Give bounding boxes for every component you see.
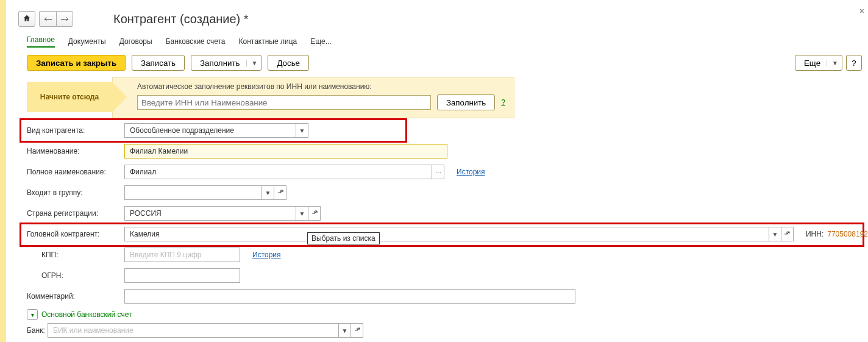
start-here-label: Начните отсюда (27, 82, 112, 112)
name-label: Наименование: (27, 147, 118, 155)
chevron-down-icon: ▼ (246, 60, 258, 66)
fill-button[interactable]: Заполнить ▼ (191, 55, 261, 71)
bank-dropdown-button[interactable]: ▼ (339, 323, 351, 338)
kpp-history-link[interactable]: История (252, 251, 281, 259)
country-open-button[interactable] (308, 206, 321, 221)
bank-section-toggle[interactable]: ▾ Основной банковский счет (27, 309, 868, 320)
fullname-history-link[interactable]: История (457, 168, 485, 176)
arrow-right-icon: 🡒 (60, 14, 69, 24)
help-button[interactable]: ? (846, 55, 862, 71)
group-open-button[interactable] (274, 185, 286, 200)
name-input[interactable] (129, 144, 443, 158)
kpp-field[interactable] (124, 248, 240, 262)
autofill-fill-button[interactable]: Заполнить (437, 94, 495, 110)
bank-open-button[interactable] (351, 323, 363, 338)
group-field[interactable] (124, 185, 262, 200)
type-input[interactable] (129, 124, 292, 137)
fullname-field[interactable] (124, 165, 432, 179)
save-button[interactable]: Записать (132, 55, 185, 71)
bank-field[interactable] (48, 323, 339, 338)
more-button[interactable]: Еще ▼ (795, 55, 842, 71)
select-from-list-tooltip: Выбрать из списка (307, 232, 380, 244)
arrow-left-icon: 🡐 (44, 14, 52, 24)
tab-documents[interactable]: Документы (68, 37, 106, 46)
country-dropdown-button[interactable]: ▼ (296, 206, 308, 221)
inn-label: ИНН: (806, 230, 824, 238)
home-icon (23, 14, 31, 24)
fullname-input[interactable] (129, 165, 428, 179)
group-label: Входит в группу: (27, 188, 118, 197)
dossier-button[interactable]: Досье (268, 55, 309, 71)
page-title: Контрагент (создание) * (113, 12, 249, 26)
bank-section-label: Основной банковский счет (41, 310, 132, 319)
fullname-label: Полное наименование: (27, 168, 118, 176)
type-dropdown-button[interactable]: ▼ (296, 123, 308, 138)
comment-field[interactable] (124, 289, 575, 304)
home-button[interactable] (18, 11, 35, 27)
chevron-down-icon: ▾ (27, 309, 38, 320)
back-button[interactable]: 🡐 (39, 11, 56, 27)
ogrn-input[interactable] (129, 269, 236, 282)
type-label: Вид контрагента: (27, 126, 118, 135)
fill-button-label: Заполнить (200, 59, 240, 68)
bank-input[interactable] (52, 324, 335, 337)
bank-label: Банк: (0, 326, 41, 335)
kpp-label: КПП: (27, 251, 118, 259)
country-input[interactable] (129, 207, 292, 220)
autofill-hint: Автоматическое заполнение реквизитов по … (137, 82, 505, 91)
more-button-label: Еще (804, 59, 820, 68)
country-label: Страна регистрации: (27, 209, 118, 218)
comment-input[interactable] (129, 290, 571, 303)
chevron-down-icon: ▼ (827, 60, 838, 66)
tab-contracts[interactable]: Договоры (119, 37, 152, 46)
comment-label: Комментарий: (27, 292, 118, 301)
head-open-button[interactable] (781, 227, 794, 241)
fullname-picker-button[interactable]: ⋯ (432, 165, 444, 179)
ogrn-field[interactable] (124, 268, 240, 283)
kpp-input[interactable] (129, 248, 236, 262)
group-dropdown-button[interactable]: ▼ (262, 185, 274, 200)
tab-more[interactable]: Еще... (310, 37, 331, 46)
forward-button[interactable]: 🡒 (56, 11, 73, 27)
inn-value: 7705008192 (827, 230, 868, 238)
ogrn-label: ОГРН: (27, 271, 118, 280)
head-input[interactable] (129, 227, 765, 241)
head-label: Головной контрагент: (27, 230, 118, 238)
close-icon[interactable]: × (859, 6, 864, 16)
type-field[interactable] (124, 123, 296, 138)
tab-contacts[interactable]: Контактные лица (239, 37, 297, 46)
autofill-help-link[interactable]: ? (501, 98, 505, 107)
name-field[interactable] (124, 144, 447, 159)
save-close-button[interactable]: Записать и закрыть (27, 55, 126, 71)
autofill-input[interactable] (137, 95, 431, 110)
tab-main[interactable]: Главное (27, 35, 55, 48)
tab-bank-accounts[interactable]: Банковские счета (166, 37, 226, 46)
group-input[interactable] (129, 186, 258, 199)
head-field[interactable] (124, 227, 769, 241)
head-dropdown-button[interactable]: ▼ (769, 227, 781, 241)
country-field[interactable] (124, 206, 296, 221)
